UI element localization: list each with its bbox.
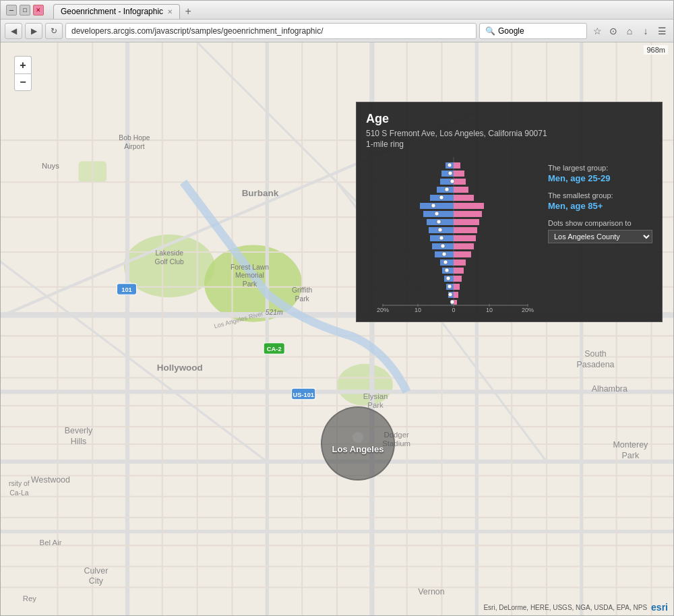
svg-text:Beverly: Beverly [65, 426, 93, 435]
url-text: developers.arcgis.com/javascript/samples… [71, 26, 324, 36]
search-icon: 🔍 [485, 26, 495, 36]
svg-text:Forest Lawn: Forest Lawn [231, 264, 269, 271]
svg-rect-96 [454, 171, 464, 177]
svg-text:101: 101 [121, 286, 132, 293]
tab-title: Geoenrichment - Infographic [61, 7, 163, 16]
svg-point-124 [441, 244, 445, 248]
svg-text:Bob Hope: Bob Hope [119, 134, 150, 142]
back-button[interactable]: ◀ [5, 23, 22, 39]
search-bar[interactable]: 🔍 Google [479, 23, 587, 39]
svg-text:10: 10 [415, 307, 421, 312]
svg-text:0: 0 [452, 307, 455, 312]
tab-close-icon[interactable]: ✕ [167, 8, 173, 16]
download-icon[interactable]: ↓ [638, 24, 653, 38]
location-marker: Los Angeles [321, 406, 395, 481]
svg-rect-117 [454, 227, 477, 233]
svg-text:rsity of: rsity of [9, 480, 30, 487]
infographic-content: 20% 10 0 10 20% The largest group: Men, … [366, 157, 652, 312]
zoom-controls: + − [14, 56, 32, 91]
svg-text:Vernon: Vernon [418, 587, 444, 596]
svg-rect-120 [454, 235, 476, 241]
svg-point-139 [448, 284, 452, 288]
svg-point-94 [448, 163, 452, 167]
svg-text:Park: Park [622, 451, 640, 460]
window-controls: ─ □ ✕ [6, 5, 44, 16]
svg-text:Griffith: Griffith [292, 286, 313, 294]
svg-text:Lakeside: Lakeside [155, 249, 183, 257]
svg-rect-93 [454, 162, 460, 168]
svg-point-112 [435, 212, 439, 216]
smallest-group-label: The smallest group: [548, 191, 652, 199]
home-icon[interactable]: ⌂ [622, 24, 637, 38]
svg-point-109 [431, 204, 435, 208]
location-label: Los Angeles [332, 444, 384, 456]
svg-text:20%: 20% [377, 307, 389, 312]
svg-text:Rey: Rey [23, 594, 37, 603]
svg-text:Park: Park [243, 280, 257, 288]
info-stats: The largest group: Men, age 25-29 The sm… [548, 157, 652, 312]
bookmark-icon[interactable]: ☆ [590, 24, 605, 38]
largest-group-label: The largest group: [548, 164, 652, 172]
svg-point-133 [445, 268, 449, 272]
forward-button[interactable]: ▶ [25, 23, 42, 39]
zoom-in-button[interactable]: + [14, 56, 32, 73]
zoom-out-button[interactable]: − [14, 73, 32, 91]
svg-text:Burbank: Burbank [242, 188, 279, 198]
maximize-button[interactable]: □ [20, 5, 30, 16]
svg-rect-138 [454, 284, 460, 290]
svg-rect-108 [454, 203, 484, 209]
infographic-title: Age [366, 112, 652, 126]
svg-rect-105 [454, 195, 474, 201]
svg-point-97 [448, 171, 452, 175]
toolbar-icons: ☆ ⊙ ⌂ ↓ ☰ [590, 24, 669, 38]
svg-text:Pasadena: Pasadena [577, 360, 615, 369]
svg-point-115 [437, 220, 441, 224]
chart-wrapper: 20% 10 0 10 20% [366, 157, 541, 312]
chart-area: 20% 10 0 10 20% [366, 157, 541, 312]
svg-point-121 [439, 236, 443, 240]
svg-rect-126 [454, 251, 471, 257]
svg-text:Culver: Culver [84, 566, 108, 576]
address-bar[interactable]: developers.arcgis.com/javascript/samples… [65, 23, 477, 39]
map-container[interactable]: 968m [1, 42, 673, 615]
title-bar: ─ □ ✕ Geoenrichment - Infographic ✕ + [1, 1, 673, 20]
svg-point-130 [443, 260, 448, 264]
smallest-group-value: Men, age 85+ [548, 201, 652, 211]
svg-text:Alhambra: Alhambra [592, 384, 627, 394]
svg-point-127 [442, 252, 446, 256]
largest-group-value: Men, age 25-29 [548, 173, 652, 183]
infographic-ring: 1-mile ring [366, 140, 652, 149]
svg-text:10: 10 [486, 307, 493, 312]
svg-point-106 [439, 195, 443, 199]
svg-text:Golf Club: Golf Club [155, 258, 184, 266]
esri-attribution: Esri, DeLorme, HERE, USGS, NGA, USDA, EP… [483, 602, 668, 613]
new-tab-button[interactable]: + [180, 4, 196, 19]
refresh-button[interactable]: ↻ [45, 23, 63, 39]
svg-point-145 [450, 300, 454, 304]
svg-text:Hollywood: Hollywood [157, 363, 203, 373]
bookmark2-icon[interactable]: ⊙ [606, 24, 621, 38]
menu-icon[interactable]: ☰ [654, 24, 669, 38]
browser-window: ─ □ ✕ Geoenrichment - Infographic ✕ + ◀ … [0, 0, 674, 616]
close-button[interactable]: ✕ [33, 5, 44, 16]
svg-rect-99 [454, 179, 466, 185]
esri-logo: esri [651, 602, 668, 613]
minimize-button[interactable]: ─ [6, 5, 17, 16]
svg-text:City: City [89, 576, 104, 586]
svg-text:20%: 20% [522, 307, 534, 312]
infographic-panel: Age 510 S Fremont Ave, Los Angeles, Cali… [356, 102, 663, 322]
svg-text:South: South [584, 349, 607, 359]
svg-point-103 [445, 187, 449, 191]
map-credit: Esri, DeLorme, HERE, USGS, NGA, USDA, EP… [483, 604, 647, 611]
browser-tab[interactable]: Geoenrichment - Infographic ✕ [53, 4, 180, 19]
svg-text:Memorial: Memorial [235, 272, 264, 279]
svg-rect-129 [454, 259, 466, 266]
svg-text:Monterey: Monterey [613, 440, 648, 450]
svg-rect-135 [454, 276, 462, 282]
svg-text:Hills: Hills [71, 437, 86, 446]
altitude-badge: 968m [644, 45, 668, 55]
svg-text:Ca-La: Ca-La [9, 489, 28, 497]
svg-point-136 [446, 276, 450, 280]
comparison-select[interactable]: Los Angeles County [548, 230, 652, 243]
svg-point-142 [448, 292, 452, 297]
